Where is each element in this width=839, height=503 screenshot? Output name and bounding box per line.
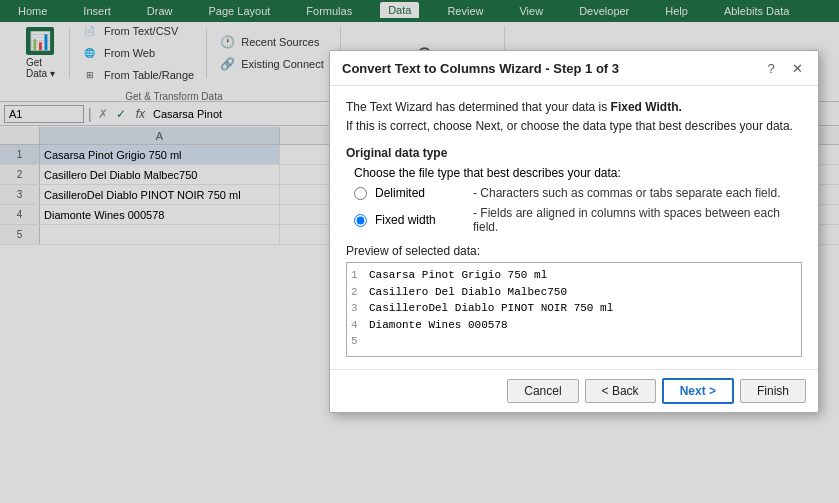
fixed-width-radio-row: Fixed width - Fields are aligned in colu… bbox=[354, 206, 802, 234]
list-item: 3CasilleroDel Diablo PINOT NOIR 750 ml bbox=[351, 300, 797, 317]
finish-button[interactable]: Finish bbox=[740, 379, 806, 403]
dialog-footer: Cancel < Back Next > Finish bbox=[330, 369, 818, 412]
radio-prompt: Choose the file type that best describes… bbox=[354, 166, 802, 180]
preview-line-number: 3 bbox=[351, 300, 365, 317]
fixed-width-radio[interactable] bbox=[354, 214, 367, 227]
dialog-overlay: Convert Text to Columns Wizard - Step 1 … bbox=[0, 0, 839, 503]
fixed-width-label[interactable]: Fixed width bbox=[375, 213, 465, 227]
preview-line-text: CasilleroDel Diablo PINOT NOIR 750 ml bbox=[369, 300, 613, 317]
delimited-label[interactable]: Delimited bbox=[375, 186, 465, 200]
list-item: 5 bbox=[351, 333, 797, 350]
info-line1: The Text Wizard has determined that your… bbox=[346, 100, 611, 114]
list-item: 2Casillero Del Diablo Malbec750 bbox=[351, 284, 797, 301]
dialog-title-actions: ? ✕ bbox=[762, 59, 806, 77]
preview-label: Preview of selected data: bbox=[346, 244, 802, 258]
list-item: 4Diamonte Wines 000578 bbox=[351, 317, 797, 334]
excel-background: Home Insert Draw Page Layout Formulas Da… bbox=[0, 0, 839, 503]
dialog-titlebar: Convert Text to Columns Wizard - Step 1 … bbox=[330, 51, 818, 86]
preview-box[interactable]: 1Casarsa Pinot Grigio 750 ml2Casillero D… bbox=[346, 262, 802, 357]
fixed-width-desc: - Fields are aligned in columns with spa… bbox=[473, 206, 802, 234]
dialog-body: The Text Wizard has determined that your… bbox=[330, 86, 818, 369]
delimited-desc: - Characters such as commas or tabs sepa… bbox=[473, 186, 780, 200]
delimited-radio-row: Delimited - Characters such as commas or… bbox=[354, 186, 802, 200]
next-button[interactable]: Next > bbox=[662, 378, 734, 404]
preview-line-text: Casillero Del Diablo Malbec750 bbox=[369, 284, 567, 301]
back-button[interactable]: < Back bbox=[585, 379, 656, 403]
dialog-help-button[interactable]: ? bbox=[762, 59, 780, 77]
delimited-radio[interactable] bbox=[354, 187, 367, 200]
preview-line-number: 2 bbox=[351, 284, 365, 301]
list-item: 1Casarsa Pinot Grigio 750 ml bbox=[351, 267, 797, 284]
wizard-info: The Text Wizard has determined that your… bbox=[346, 98, 802, 136]
preview-line-number: 1 bbox=[351, 267, 365, 284]
wizard-dialog: Convert Text to Columns Wizard - Step 1 … bbox=[329, 50, 819, 413]
info-line2: If this is correct, choose Next, or choo… bbox=[346, 119, 793, 133]
cancel-button[interactable]: Cancel bbox=[507, 379, 578, 403]
info-bold: Fixed Width. bbox=[611, 100, 682, 114]
preview-line-text: Casarsa Pinot Grigio 750 ml bbox=[369, 267, 547, 284]
dialog-title: Convert Text to Columns Wizard - Step 1 … bbox=[342, 61, 619, 76]
dialog-close-button[interactable]: ✕ bbox=[788, 59, 806, 77]
preview-line-text: Diamonte Wines 000578 bbox=[369, 317, 508, 334]
radio-group: Choose the file type that best describes… bbox=[354, 166, 802, 234]
original-data-type-label: Original data type bbox=[346, 146, 802, 160]
preview-line-number: 4 bbox=[351, 317, 365, 334]
preview-line-number: 5 bbox=[351, 333, 365, 350]
